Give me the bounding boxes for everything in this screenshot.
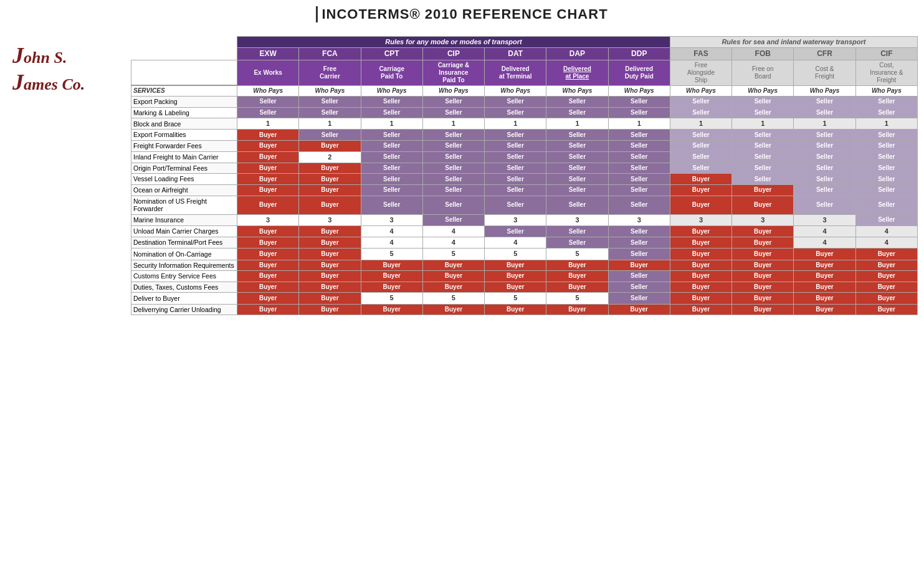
cell-value: Buyer [855,304,917,315]
cell-value: Seller [608,225,670,237]
cell-value: 1 [361,118,422,130]
cell-value: Seller [608,185,670,196]
col-abbr-cfr: CFR [794,48,855,60]
cell-value: Seller [546,225,608,237]
col-abbr-cip: CIP [422,48,484,60]
cell-value: Seller [732,97,794,108]
cell-value: Buyer [422,282,484,293]
cell-value: Buyer [361,260,422,271]
cell-value: Buyer [237,271,299,282]
cell-value: Seller [855,151,917,163]
cell-value: Seller [670,97,731,108]
cell-value: 4 [422,237,484,249]
cell-value: 3 [546,214,608,225]
cell-value: Seller [485,107,546,118]
service-label: Marine Insurance [131,214,237,225]
cell-value: Buyer [299,271,361,282]
cell-value: Seller [422,163,484,174]
cell-value: Seller [732,130,794,141]
cell-value: Seller [485,185,546,196]
col-name-dat: Deliveredat Terminal [485,60,546,85]
cell-value: 1 [237,118,299,130]
col-abbr-cif: CIF [855,48,917,60]
cell-value: 5 [422,293,484,304]
cell-value: 3 [237,214,299,225]
cell-value: Buyer [422,304,484,315]
service-label: Ocean or Airfreight [131,185,237,196]
cell-value: Seller [608,107,670,118]
cell-value: Buyer [855,249,917,260]
cell-value: Seller [608,237,670,249]
cell-value: Buyer [794,293,855,304]
services-header: SERVICES [131,85,237,97]
cell-value: Seller [422,151,484,163]
cell-value: Seller [546,185,608,196]
cell-value: Buyer [670,185,731,196]
cell-value: 3 [732,214,794,225]
cell-value: Buyer [732,196,794,214]
cell-value: Seller [546,196,608,214]
cell-value: 3 [299,214,361,225]
cell-value: Seller [485,97,546,108]
cell-value: Seller [855,130,917,141]
col-name-fob: Free onBoard [732,60,794,85]
who-pays-ddp: Who Pays [608,85,670,97]
table-row: Deliver to BuyerBuyerBuyer5555SellerBuye… [131,293,918,304]
cell-value: Buyer [299,237,361,249]
service-label: Nomination of US Freight Forwarder [131,196,237,214]
cell-value: Buyer [670,293,731,304]
cell-value: Seller [732,151,794,163]
cell-value: Buyer [422,271,484,282]
cell-value: Buyer [485,282,546,293]
cell-value: 1 [299,118,361,130]
cell-value: Seller [855,196,917,214]
cell-value: 1 [422,118,484,130]
cell-value: 1 [608,118,670,130]
cell-value: Buyer [732,282,794,293]
table-row: Duties, Taxes, Customs FeesBuyerBuyerBuy… [131,282,918,293]
mode-header-any: Rules for any mode or modes of transport [237,37,670,48]
cell-value: Buyer [299,249,361,260]
cell-value: Buyer [485,260,546,271]
table-row: Export FormalitiesBuyerSellerSellerSelle… [131,130,918,141]
cell-value: Buyer [794,271,855,282]
service-label: Marking & Labeling [131,107,237,118]
service-label: Inland Freight to Main Carrier [131,151,237,163]
service-label: Export Formalities [131,130,237,141]
cell-value: Seller [794,107,855,118]
col-name-exw: Ex Works [237,60,299,85]
service-label: Deliverrying Carrier Unloading [131,304,237,315]
cell-value: Seller [546,141,608,152]
cell-value: Buyer [299,293,361,304]
cell-value: Buyer [299,282,361,293]
cell-value: Seller [608,130,670,141]
cell-value: Seller [299,130,361,141]
cell-value: Seller [422,97,484,108]
cell-value: 1 [732,118,794,130]
cell-value: Seller [485,130,546,141]
cell-value: Seller [732,174,794,185]
table-row: Destination Terminal/Port FeesBuyerBuyer… [131,237,918,249]
cell-value: 4 [361,225,422,237]
cell-value: Seller [299,107,361,118]
cell-value: 3 [361,214,422,225]
cell-value: 1 [546,118,608,130]
service-label: Customs Entry Service Fees [131,271,237,282]
col-abbr-dap: DAP [546,48,608,60]
cell-value: Seller [422,130,484,141]
who-pays-fob: Who Pays [732,85,794,97]
cell-value: Seller [299,97,361,108]
col-abbr-dat: DAT [485,48,546,60]
cell-value: Seller [485,174,546,185]
service-label: Duties, Taxes, Customs Fees [131,282,237,293]
cell-value: Buyer [670,260,731,271]
cell-value: Buyer [794,304,855,315]
col-name-cip: Carriage &InsurancePaid To [422,60,484,85]
col-name-cfr: Cost &Freight [794,60,855,85]
cell-value: Buyer [732,271,794,282]
cell-value: Buyer [855,271,917,282]
cell-value: Buyer [670,174,731,185]
who-pays-cpt: Who Pays [361,85,422,97]
cell-value: 1 [670,118,731,130]
cell-value: Buyer [546,304,608,315]
